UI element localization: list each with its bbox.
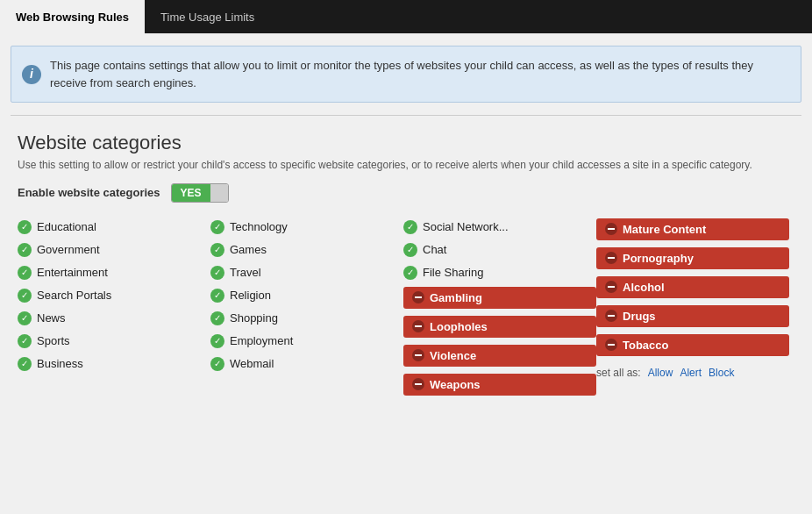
minus-icon [412, 320, 424, 332]
green-check-icon: ✓ [18, 357, 32, 371]
category-column-4: Mature Content Pornography Alcohol Drugs… [596, 218, 789, 397]
green-check-icon: ✓ [210, 220, 224, 234]
section-description: Use this setting to allow or restrict yo… [18, 158, 794, 173]
category-column-2: ✓ Technology ✓ Games ✓ Travel ✓ Religion… [210, 218, 403, 397]
minus-icon [605, 339, 617, 351]
cat-business[interactable]: ✓ Business [18, 355, 210, 373]
cat-travel[interactable]: ✓ Travel [210, 264, 403, 282]
cat-chat[interactable]: ✓ Chat [403, 241, 596, 259]
cat-alcohol[interactable]: Alcohol [596, 276, 789, 298]
tab-web-browsing-rules[interactable]: Web Browsing Rules [0, 0, 145, 33]
minus-icon [412, 378, 424, 390]
cat-gambling[interactable]: Gambling [403, 287, 596, 309]
cat-loopholes[interactable]: Loopholes [403, 316, 596, 338]
category-column-3: ✓ Social Network... ✓ Chat ✓ File Sharin… [403, 218, 596, 397]
cat-news[interactable]: ✓ News [18, 310, 210, 327]
info-box: i This page contains settings that allow… [11, 46, 801, 103]
green-check-icon: ✓ [18, 243, 32, 257]
minus-icon [412, 291, 424, 303]
minus-icon [412, 349, 424, 361]
info-icon: i [22, 65, 41, 84]
cat-educational[interactable]: ✓ Educational [18, 218, 210, 236]
green-check-icon: ✓ [210, 243, 224, 257]
green-check-icon: ✓ [18, 334, 32, 348]
cat-tobacco[interactable]: Tobacco [596, 334, 789, 356]
green-check-icon: ✓ [210, 266, 224, 280]
cat-social-network[interactable]: ✓ Social Network... [403, 218, 596, 236]
cat-religion[interactable]: ✓ Religion [210, 287, 403, 304]
cat-shopping[interactable]: ✓ Shopping [210, 310, 403, 327]
green-check-icon: ✓ [18, 266, 32, 280]
website-categories-section: Website categories Use this setting to a… [0, 123, 812, 406]
set-all-block[interactable]: Block [709, 367, 734, 379]
green-check-icon: ✓ [18, 220, 32, 234]
tab-time-usage-limits[interactable]: Time Usage Limits [145, 0, 270, 33]
set-all-row: set all as: Allow Alert Block [596, 363, 789, 379]
toggle-switch[interactable]: YES [171, 183, 229, 203]
divider [11, 115, 801, 116]
cat-weapons[interactable]: Weapons [403, 374, 596, 396]
green-check-icon: ✓ [210, 289, 224, 303]
toggle-yes[interactable]: YES [172, 184, 210, 202]
green-check-icon: ✓ [403, 220, 417, 234]
enable-label: Enable website categories [18, 186, 160, 199]
green-check-icon: ✓ [210, 357, 224, 371]
cat-technology[interactable]: ✓ Technology [210, 218, 403, 236]
green-check-icon: ✓ [18, 289, 32, 303]
green-check-icon: ✓ [403, 243, 417, 257]
toggle-no [210, 184, 228, 202]
minus-icon [605, 281, 617, 293]
cat-government[interactable]: ✓ Government [18, 241, 210, 259]
cat-file-sharing[interactable]: ✓ File Sharing [403, 264, 596, 282]
info-text: This page contains settings that allow y… [50, 59, 753, 89]
green-check-icon: ✓ [18, 311, 32, 325]
set-all-alert[interactable]: Alert [680, 367, 702, 379]
categories-grid: ✓ Educational ✓ Government ✓ Entertainme… [18, 218, 794, 397]
cat-pornography[interactable]: Pornography [596, 247, 789, 269]
cat-games[interactable]: ✓ Games [210, 241, 403, 259]
cat-search-portals[interactable]: ✓ Search Portals [18, 287, 210, 304]
section-title: Website categories [18, 132, 794, 154]
green-check-icon: ✓ [403, 266, 417, 280]
cat-entertainment[interactable]: ✓ Entertainment [18, 264, 210, 282]
set-all-allow[interactable]: Allow [648, 367, 673, 379]
cat-webmail[interactable]: ✓ Webmail [210, 355, 403, 373]
cat-sports[interactable]: ✓ Sports [18, 332, 210, 350]
green-check-icon: ✓ [210, 334, 224, 348]
set-all-label: set all as: [596, 367, 641, 379]
minus-icon [605, 252, 617, 264]
cat-mature-content[interactable]: Mature Content [596, 218, 789, 240]
green-check-icon: ✓ [210, 311, 224, 325]
minus-icon [605, 223, 617, 235]
enable-row: Enable website categories YES [18, 183, 794, 203]
cat-employment[interactable]: ✓ Employment [210, 332, 403, 350]
cat-violence[interactable]: Violence [403, 345, 596, 367]
cat-drugs[interactable]: Drugs [596, 305, 789, 327]
minus-icon [605, 310, 617, 322]
category-column-1: ✓ Educational ✓ Government ✓ Entertainme… [18, 218, 210, 397]
tabs-bar: Web Browsing Rules Time Usage Limits [0, 0, 812, 33]
